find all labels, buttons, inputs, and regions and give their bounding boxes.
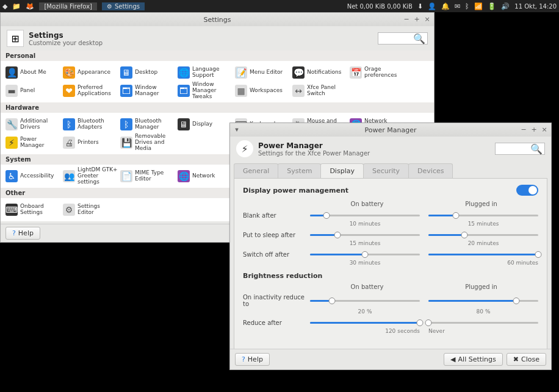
item-icon: ▦	[235, 85, 247, 97]
settings-item-window-manager[interactable]: 🗔Window Manager	[119, 82, 176, 100]
r1-battery-slider[interactable]	[310, 230, 420, 239]
minimize-icon[interactable]: −	[402, 15, 411, 24]
pm-titlebar[interactable]: Power Manager ▾ − + ×	[230, 123, 551, 137]
tab-devices[interactable]: Devices	[408, 163, 453, 178]
settings-item-workspaces[interactable]: ▦Workspaces	[234, 82, 291, 100]
item-label: Display	[192, 121, 212, 127]
tab-security[interactable]: Security	[363, 163, 409, 178]
browser-icon[interactable]: 🦊	[26, 2, 34, 10]
maximize-icon[interactable]: +	[530, 126, 538, 134]
tab-general[interactable]: General	[234, 163, 278, 178]
all-settings-button[interactable]: ◀All Settings	[444, 353, 503, 366]
maximize-icon[interactable]: +	[413, 15, 421, 24]
item-icon: 📅	[350, 66, 362, 79]
settings-titlebar[interactable]: Settings − + ×	[1, 13, 434, 26]
menu-icon[interactable]: ◆	[2, 2, 7, 10]
brightness-battery-slider[interactable]	[310, 296, 420, 305]
mail-icon[interactable]: ✉	[455, 2, 460, 10]
settings-item-menu-editor[interactable]: 📝Menu Editor	[234, 63, 291, 82]
settings-item-orage-preferences[interactable]: 📅Orage preferences	[348, 63, 406, 82]
minimize-icon[interactable]: −	[519, 126, 528, 134]
col-battery: On battery	[310, 201, 424, 207]
settings-header: ⊞ Settings Customize your desktop 🔍	[1, 26, 434, 51]
tab-display[interactable]: Display	[320, 163, 364, 178]
reduce-battery-slider[interactable]	[310, 318, 420, 327]
item-label: Window Manager Tweaks	[192, 82, 233, 100]
val-reduce-plugged: Never	[428, 328, 538, 334]
item-label: Appearance	[78, 69, 110, 76]
settings-item-bluetooth-adapters[interactable]: ᛒBluetooth Adapters	[62, 115, 119, 134]
settings-search[interactable]: 🔍	[378, 32, 428, 45]
settings-item-xfce-panel-switch[interactable]: ↔Xfce Panel Switch	[291, 82, 348, 100]
close-icon[interactable]: ×	[423, 15, 431, 24]
item-label: Workspaces	[250, 88, 283, 94]
settings-item-language-support[interactable]: 🌐Language Support	[176, 63, 234, 82]
r0-plugged-slider[interactable]	[428, 211, 538, 219]
settings-help-button[interactable]: ?Help	[5, 227, 40, 240]
pm-header-sub: Settings for the Xfce Power Manager	[258, 150, 370, 157]
dpm-toggle[interactable]	[516, 185, 538, 196]
taskbar-firefox[interactable]: [Mozilla Firefox]	[39, 2, 97, 10]
item-icon: ❤	[63, 85, 75, 97]
val-r1-battery: 15 minutes	[310, 240, 420, 246]
wifi-icon[interactable]: 📶	[474, 2, 483, 10]
r0-battery-slider[interactable]	[310, 211, 420, 219]
pm-help-button[interactable]: ?Help	[235, 353, 270, 366]
settings-item-preferred-applications[interactable]: ❤Preferred Applications	[62, 82, 119, 100]
settings-item-panel[interactable]: ▬Panel	[4, 82, 62, 100]
search-icon: 🔍	[413, 33, 425, 45]
row-label-brightness: On inactivity reduce to	[243, 294, 310, 307]
pm-search[interactable]: 🔍	[495, 143, 545, 155]
pm-menu-icon[interactable]: ▾	[233, 126, 241, 134]
settings-item-mime-type-editor[interactable]: 📄MIME Type Editor	[119, 167, 176, 185]
settings-item-appearance[interactable]: 🎨Appearance	[62, 63, 119, 82]
item-label: Desktop	[135, 69, 157, 76]
settings-item-printers[interactable]: 🖨Printers	[62, 134, 119, 152]
pm-title: Power Manager	[365, 126, 417, 134]
item-icon: ⌨	[5, 204, 18, 216]
row-label-r0: Blank after	[243, 212, 310, 219]
taskbar-settings[interactable]: ⚙Settings	[102, 2, 145, 10]
settings-item-settings-editor[interactable]: ⚙Settings Editor	[62, 201, 119, 219]
settings-item-accessibility[interactable]: ♿Accessibility	[4, 167, 62, 185]
battery-icon[interactable]: 🔋	[488, 2, 496, 10]
settings-item-about-me[interactable]: 👤About Me	[4, 63, 62, 82]
user-icon[interactable]: 👤	[428, 2, 436, 10]
item-label: Orage preferences	[364, 66, 405, 79]
item-label: Panel	[20, 88, 35, 94]
close-button[interactable]: ✖Close	[507, 353, 546, 366]
item-icon: ▬	[5, 85, 18, 97]
tab-system[interactable]: System	[278, 163, 321, 178]
r1-plugged-slider[interactable]	[428, 230, 538, 239]
val-r0-battery: 10 minutes	[310, 221, 420, 227]
item-icon: ♿	[5, 170, 18, 182]
r2-battery-slider[interactable]	[310, 250, 420, 258]
settings-item-window-manager-tweaks[interactable]: 🗔Window Manager Tweaks	[176, 82, 234, 100]
bluetooth-icon[interactable]: ᛒ	[465, 2, 469, 10]
item-icon: ᛒ	[63, 118, 75, 130]
clock[interactable]: 11 Okt, 14:20	[514, 3, 557, 10]
close-icon[interactable]: ×	[540, 126, 549, 134]
files-icon[interactable]: 📁	[12, 2, 21, 10]
settings-item-power-manager[interactable]: ⚡Power Manager	[4, 134, 62, 152]
r2-plugged-slider[interactable]	[428, 250, 538, 258]
item-icon: ⚙	[63, 204, 75, 216]
settings-item-network[interactable]: 🌐Network	[176, 167, 234, 185]
bell-icon[interactable]: 🔔	[441, 2, 450, 10]
val-r0-plugged: 15 minutes	[428, 221, 538, 227]
volume-icon[interactable]: 🔊	[501, 2, 510, 10]
settings-item-display[interactable]: 🖥Display	[176, 115, 234, 134]
settings-item-removable-drives-and-media[interactable]: 💾Removable Drives and Media	[119, 134, 176, 152]
update-icon[interactable]: ⬇	[417, 2, 423, 10]
settings-item-additional-drivers[interactable]: 🔧Additional Drivers	[4, 115, 62, 134]
settings-item-bluetooth-manager[interactable]: ᛒBluetooth Manager	[119, 115, 176, 134]
reduce-plugged-slider[interactable]	[428, 318, 538, 327]
brightness-plugged-slider[interactable]	[428, 296, 538, 305]
row-label-r1: Put to sleep after	[243, 232, 310, 238]
settings-item-lightdm-gtk-greeter-settings[interactable]: 👥LightDM GTK+ Greeter settings	[62, 167, 119, 185]
settings-item-notifications[interactable]: 💬Notifications	[291, 63, 348, 82]
help-icon: ?	[12, 229, 16, 237]
settings-item-desktop[interactable]: 🖥Desktop	[119, 63, 176, 82]
settings-item-onboard-settings[interactable]: ⌨Onboard Settings	[4, 201, 62, 219]
section-hardware: Hardware	[1, 102, 434, 113]
